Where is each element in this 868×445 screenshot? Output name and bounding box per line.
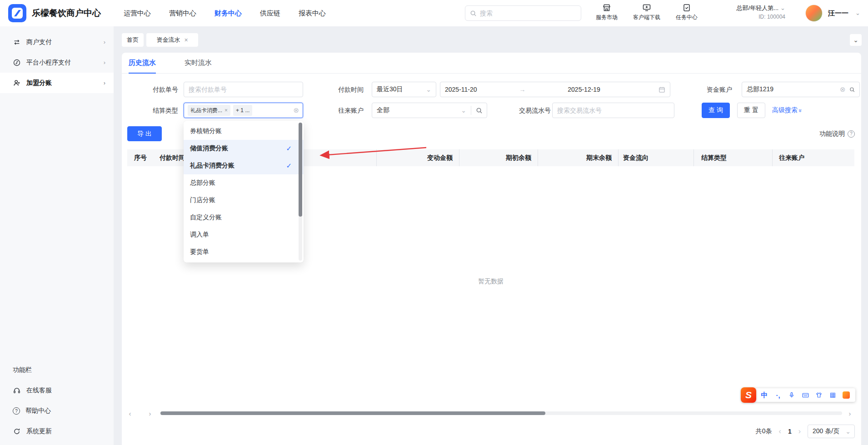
prev-page-button[interactable]: ‹ — [779, 427, 781, 435]
counter-account-select[interactable]: 全部 ⌄ — [372, 103, 487, 118]
col-counter-account[interactable]: 往来账户 — [772, 149, 854, 166]
mic-icon[interactable] — [787, 391, 796, 400]
tab-fund-flow[interactable]: 资金流水 × — [146, 33, 198, 47]
emoji-icon[interactable] — [842, 391, 851, 400]
scroll-right-far-button[interactable]: › — [845, 409, 854, 418]
sidebar-item-miniprogram-pay[interactable]: 平台小程序支付 › — [0, 52, 114, 73]
txn-no-field — [552, 103, 674, 118]
chevron-down-icon[interactable]: ⌄ — [855, 0, 860, 26]
chevron-down-icon: ⌄ — [853, 36, 858, 44]
hscroll-thumb[interactable] — [160, 411, 545, 415]
dropdown-option-selected[interactable]: 储值消费分账✓ — [184, 140, 304, 157]
col-change-amount[interactable]: 变动金额 — [376, 149, 459, 166]
settle-type-multiselect[interactable]: 礼品卡消费... × + 1 ... ⊗ — [184, 103, 303, 118]
sidebar: 商户支付 › 平台小程序支付 › 加盟分账 › 功能栏 在线客服 ? 帮助中 — [0, 26, 114, 445]
col-fund-direction[interactable]: 资金流向 — [618, 149, 693, 166]
nav-item-marketing[interactable]: 营销中心 — [169, 9, 196, 18]
franchise-icon — [13, 79, 21, 87]
app-logo[interactable] — [8, 4, 26, 22]
option-label: 储值消费分账 — [190, 144, 228, 153]
sidebar-item-merchant-pay[interactable]: 商户支付 › — [0, 32, 114, 52]
sidebar-item-help-center[interactable]: ? 帮助中心 — [0, 401, 114, 421]
chevron-down-icon: ⌄ — [461, 107, 466, 114]
header-search[interactable] — [465, 5, 581, 21]
quicklink-task-center[interactable]: 任务中心 — [670, 3, 703, 21]
lang-toggle[interactable]: 中 — [760, 391, 769, 400]
clear-icon[interactable]: ⊗ — [840, 85, 846, 94]
dropdown-option-selected[interactable]: 礼品卡消费分账✓ — [184, 157, 304, 174]
reset-button[interactable]: 重 置 — [737, 103, 765, 118]
time-preset-select[interactable]: 最近30日 ⌄ — [372, 82, 436, 97]
org-selector[interactable]: 总部/年轻人第... ⌄ ID: 100004 — [713, 4, 785, 20]
skin-icon[interactable] — [814, 391, 823, 400]
dropdown-option[interactable]: 自定义分账 — [184, 209, 304, 226]
ime-toolbar: S 中 ·, — [741, 387, 855, 403]
search-button[interactable]: 查 询 — [702, 103, 730, 118]
fund-account-input[interactable] — [747, 86, 836, 93]
dropdown-option[interactable]: 门店分账 — [184, 192, 304, 209]
nav-item-supply-chain[interactable]: 供应链 — [260, 9, 280, 18]
miniprogram-icon — [13, 59, 21, 67]
nav-item-operations[interactable]: 运营中心 — [124, 9, 151, 18]
payment-no-input[interactable] — [189, 86, 298, 93]
avatar[interactable] — [805, 5, 823, 22]
nav-item-finance[interactable]: 财务中心 — [215, 9, 242, 18]
search-icon — [470, 10, 477, 17]
scroll-left-button[interactable]: ‹ — [125, 409, 135, 418]
payment-no-label: 付款单号 — [140, 82, 178, 97]
col-index[interactable]: 序号 — [127, 149, 152, 166]
date-range-picker[interactable]: 2025-11-20 → 2025-12-19 — [440, 82, 670, 97]
check-icon: ✓ — [286, 162, 292, 170]
punctuation-icon[interactable]: ·, — [773, 391, 783, 400]
tabs-collapse-button[interactable]: ⌄ — [850, 34, 862, 46]
option-label: 券核销分账 — [190, 127, 222, 135]
keyboard-icon[interactable] — [801, 391, 810, 400]
option-label: 门店分账 — [190, 196, 215, 204]
sidebar-item-franchise-split[interactable]: 加盟分账 › — [0, 73, 114, 93]
search-icon[interactable] — [849, 86, 855, 93]
calendar-icon — [658, 86, 665, 93]
help-link[interactable]: 功能说明 ? — [819, 126, 855, 141]
search-input[interactable] — [480, 10, 576, 17]
quicklink-service-market[interactable]: 服务市场 — [590, 3, 624, 21]
option-label: 调入单 — [190, 231, 209, 239]
horizontal-scrollbar[interactable] — [160, 411, 842, 415]
payment-no-field — [184, 82, 303, 97]
current-page[interactable]: 1 — [788, 428, 792, 435]
help-label: 功能说明 — [819, 130, 845, 138]
dropdown-option[interactable]: 总部分账 — [184, 174, 304, 192]
top-header: 乐檬餐饮商户中心 运营中心 营销中心 财务中心 供应链 报表中心 服务市场 — [0, 0, 868, 26]
tab-home[interactable]: 首页 — [122, 33, 144, 47]
col-closing-balance[interactable]: 期末余额 — [538, 149, 618, 166]
sidebar-item-label: 商户支付 — [26, 38, 104, 46]
tab-realtime-flow[interactable]: 实时流水 — [185, 53, 212, 74]
sidebar-item-system-update[interactable]: 系统更新 — [0, 421, 114, 441]
sidebar-item-label: 加盟分账 — [26, 79, 104, 87]
toolbox-icon[interactable] — [828, 391, 837, 400]
sidebar-item-online-service[interactable]: 在线客服 — [0, 381, 114, 400]
dropdown-scroll-thumb[interactable] — [299, 123, 302, 217]
nav-item-reports[interactable]: 报表中心 — [299, 9, 326, 18]
sogou-logo[interactable]: S — [741, 387, 756, 403]
tab-history-flow[interactable]: 历史流水 — [129, 53, 156, 74]
next-page-button[interactable]: › — [798, 427, 801, 435]
scroll-right-button[interactable]: › — [145, 409, 155, 418]
close-icon[interactable]: × — [224, 107, 228, 114]
dropdown-option[interactable]: 要货单 — [184, 243, 304, 261]
advanced-search-link[interactable]: 高级搜索 » — [772, 103, 802, 118]
export-button[interactable]: 导 出 — [127, 126, 162, 141]
dropdown-option[interactable]: 券核销分账 — [184, 123, 304, 140]
col-opening-balance[interactable]: 期初余额 — [459, 149, 538, 166]
close-icon[interactable]: × — [184, 36, 188, 44]
account-search-button[interactable] — [471, 107, 487, 114]
chevron-down-icon: ⌄ — [426, 86, 431, 93]
page-size-select[interactable]: 200 条/页 ⌄ — [808, 425, 855, 438]
clear-icon[interactable]: ⊗ — [293, 106, 299, 114]
txn-no-input[interactable] — [557, 107, 669, 114]
question-icon: ? — [13, 407, 20, 415]
quicklink-client-download[interactable]: 客户端下载 — [630, 3, 663, 21]
col-settle-type[interactable]: 结算类型 — [693, 149, 772, 166]
user-name[interactable]: 汪一一 — [828, 0, 848, 26]
refresh-icon — [13, 427, 21, 435]
dropdown-option[interactable]: 调入单 — [184, 226, 304, 243]
